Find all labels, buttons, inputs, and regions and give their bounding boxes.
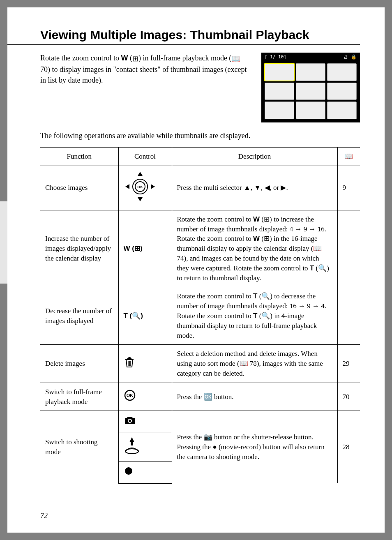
table-row: Increase the number of images displayed/… <box>40 210 360 287</box>
book-icon: 📖 <box>231 53 240 64</box>
table-row: Choose images OK Press the multi selecto… <box>40 166 360 210</box>
cell-control: W (⊞) <box>118 210 172 287</box>
page-title: Viewing Multiple Images: Thumbnail Playb… <box>40 28 360 42</box>
multiselector-icon: OK <box>124 170 157 203</box>
thumbnail <box>327 83 357 100</box>
table-row: Decrease the number of images displayed … <box>40 287 360 345</box>
header-function: Function <box>40 147 118 166</box>
cell-control <box>118 345 172 383</box>
cell-reference: 9 <box>337 166 360 210</box>
preview-status-icons: 🖨 🔒 <box>344 54 357 60</box>
cell-function: Decrease the number of images displayed <box>40 287 118 345</box>
page-number: 72 <box>40 512 48 520</box>
cell-reference: 70 <box>337 383 360 411</box>
operations-intro: The following operations are available w… <box>40 131 360 141</box>
cell-description: Press the multi selector ▲, ▼, ◀, or ▶. <box>172 166 337 210</box>
header-description: Description <box>172 147 337 166</box>
svg-marker-5 <box>125 184 129 189</box>
header-control: Control <box>118 147 172 166</box>
svg-marker-6 <box>151 184 155 189</box>
header-reference: 📖 <box>337 147 360 166</box>
svg-marker-14 <box>129 437 134 442</box>
ok-button-icon: OK <box>124 389 136 402</box>
svg-marker-4 <box>138 197 143 201</box>
w-label: W <box>121 54 128 62</box>
table-row: Switch to shooting mode Press the 📷 butt… <box>40 411 360 432</box>
operations-table: Function Control Description 📖 Choose im… <box>40 147 360 484</box>
cell-reference: 29 <box>337 345 360 383</box>
table-row: Delete images Select a deletion method a… <box>40 345 360 383</box>
manual-page: Viewing Multiple Images: Thumbnail Playb… <box>7 7 385 533</box>
thumbnail <box>265 63 294 81</box>
cell-function: Delete images <box>40 345 118 383</box>
cell-control <box>118 432 172 462</box>
book-icon: 📖 <box>344 152 353 160</box>
w-zoom-out-icon: W (⊞) <box>124 245 143 252</box>
thumbnail <box>296 102 325 119</box>
title-rule <box>7 44 360 45</box>
svg-text:OK: OK <box>137 185 143 189</box>
thumbnail <box>296 83 325 100</box>
thumbnail-preview: [ 1/ 10] 🖨 🔒 <box>261 53 360 122</box>
cell-function: Switch to shooting mode <box>40 411 118 483</box>
cell-control: T (🔍) <box>118 287 172 345</box>
movie-record-icon <box>124 466 134 476</box>
cell-description: Rotate the zoom control to T (🔍) to decr… <box>172 287 337 345</box>
svg-point-17 <box>125 467 132 475</box>
cell-reference: – <box>337 210 360 345</box>
camera-icon <box>124 415 136 425</box>
intro-row: Rotate the zoom control to W (⊞) in full… <box>40 53 360 122</box>
cell-control: OK <box>118 383 172 411</box>
svg-text:OK: OK <box>126 393 133 398</box>
t-zoom-in-icon: T (🔍) <box>124 312 143 320</box>
thumbnail <box>265 83 294 100</box>
cell-control <box>118 411 172 432</box>
thumbnail <box>296 63 325 81</box>
svg-marker-3 <box>138 172 143 176</box>
svg-rect-15 <box>131 442 133 445</box>
thumbnail <box>265 102 294 119</box>
cell-function: Increase the number of images displayed/… <box>40 210 118 287</box>
cell-control <box>118 462 172 483</box>
shutter-release-icon <box>124 436 140 455</box>
thumbnail <box>327 102 357 119</box>
trash-icon <box>124 356 135 369</box>
cell-description: Select a deletion method and delete imag… <box>172 345 337 383</box>
cell-description: Rotate the zoom control to W (⊞) to incr… <box>172 210 337 287</box>
intro-paragraph: Rotate the zoom control to W (⊞) in full… <box>40 53 249 85</box>
cell-function: Choose images <box>40 166 118 210</box>
thumbnail-grid-icon: ⊞ <box>132 53 138 64</box>
thumbnail <box>327 63 357 81</box>
table-row: Switch to full-frame playback mode OK Pr… <box>40 383 360 411</box>
cell-description: Press the 🆗 button. <box>172 383 337 411</box>
table-header-row: Function Control Description 📖 <box>40 147 360 166</box>
cell-description: Press the 📷 button or the shutter-releas… <box>172 411 337 483</box>
cell-reference: 28 <box>337 411 360 483</box>
cell-function: Switch to full-frame playback mode <box>40 383 118 411</box>
cell-control: OK <box>118 166 172 210</box>
preview-counter: [ 1/ 10] <box>265 54 286 60</box>
svg-point-13 <box>129 420 131 422</box>
